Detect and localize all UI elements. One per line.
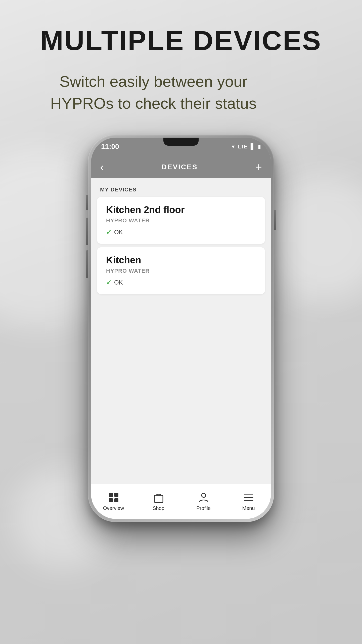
svg-rect-2 bbox=[109, 498, 113, 502]
nav-item-overview[interactable]: Overview bbox=[91, 492, 136, 511]
phone-inner: 11:00 ▾ LTE ▋ ▮ ‹ DEVICES + MY DEV bbox=[91, 138, 271, 519]
page-header: MULTIPLE DEVICES Switch easily between y… bbox=[40, 25, 322, 114]
shop-icon bbox=[153, 492, 164, 503]
wifi-icon: ▾ bbox=[232, 143, 235, 150]
status-text-2: OK bbox=[114, 279, 123, 286]
device-status-2: ✓ OK bbox=[106, 279, 256, 287]
svg-rect-4 bbox=[154, 495, 163, 502]
nav-label-shop: Shop bbox=[153, 505, 164, 511]
app-content: MY DEVICES Kitchen 2nd floor HYPRO WATER… bbox=[91, 178, 271, 484]
bottom-nav: Overview Shop bbox=[91, 484, 271, 519]
battery-icon: ▮ bbox=[258, 143, 261, 150]
status-icons: ▾ LTE ▋ ▮ bbox=[232, 143, 261, 150]
nav-item-menu[interactable]: Menu bbox=[226, 492, 271, 511]
power-button bbox=[274, 210, 276, 230]
page-title: MULTIPLE DEVICES bbox=[40, 25, 322, 56]
svg-rect-0 bbox=[109, 493, 113, 497]
devices-list: Kitchen 2nd floor HYPRO WATER ✓ OK Kitch… bbox=[91, 197, 271, 294]
device-name-1: Kitchen 2nd floor bbox=[106, 205, 256, 215]
nav-item-profile[interactable]: Profile bbox=[181, 492, 226, 511]
svg-point-5 bbox=[202, 493, 206, 497]
mute-button bbox=[86, 195, 88, 210]
nav-label-profile: Profile bbox=[196, 505, 211, 511]
page-subtitle: Switch easily between your HYPROs to che… bbox=[40, 71, 266, 114]
device-status-1: ✓ OK bbox=[106, 228, 256, 236]
back-button[interactable]: ‹ bbox=[100, 161, 104, 173]
nav-label-overview: Overview bbox=[103, 505, 124, 511]
section-label: MY DEVICES bbox=[91, 178, 271, 197]
app-bar: ‹ DEVICES + bbox=[91, 156, 271, 178]
phone-notch bbox=[163, 138, 199, 146]
menu-icon bbox=[243, 492, 254, 503]
lte-label: LTE bbox=[238, 143, 248, 150]
grid-icon bbox=[108, 492, 119, 503]
phone-mockup: 11:00 ▾ LTE ▋ ▮ ‹ DEVICES + MY DEV bbox=[88, 135, 274, 522]
device-name-2: Kitchen bbox=[106, 255, 256, 266]
add-device-button[interactable]: + bbox=[255, 161, 262, 173]
person-icon bbox=[198, 492, 209, 503]
svg-rect-1 bbox=[114, 493, 118, 497]
phone-shell: 11:00 ▾ LTE ▋ ▮ ‹ DEVICES + MY DEV bbox=[88, 135, 274, 522]
app-bar-title: DEVICES bbox=[162, 163, 198, 171]
device-card-2[interactable]: Kitchen HYPRO WATER ✓ OK bbox=[97, 247, 265, 294]
status-time: 11:00 bbox=[101, 143, 119, 151]
check-icon-2: ✓ bbox=[106, 279, 112, 287]
device-type-2: HYPRO WATER bbox=[106, 268, 256, 274]
check-icon-1: ✓ bbox=[106, 228, 112, 236]
nav-item-shop[interactable]: Shop bbox=[136, 492, 181, 511]
device-type-1: HYPRO WATER bbox=[106, 217, 256, 224]
nav-label-menu: Menu bbox=[242, 505, 255, 511]
volume-up-button bbox=[86, 218, 88, 245]
status-text-1: OK bbox=[114, 229, 123, 236]
bg-decoration-2 bbox=[261, 176, 362, 302]
phone-screen: 11:00 ▾ LTE ▋ ▮ ‹ DEVICES + MY DEV bbox=[91, 138, 271, 519]
volume-down-button bbox=[86, 250, 88, 278]
device-card-1[interactable]: Kitchen 2nd floor HYPRO WATER ✓ OK bbox=[97, 197, 265, 244]
signal-icon: ▋ bbox=[251, 143, 255, 150]
svg-rect-3 bbox=[114, 498, 118, 502]
